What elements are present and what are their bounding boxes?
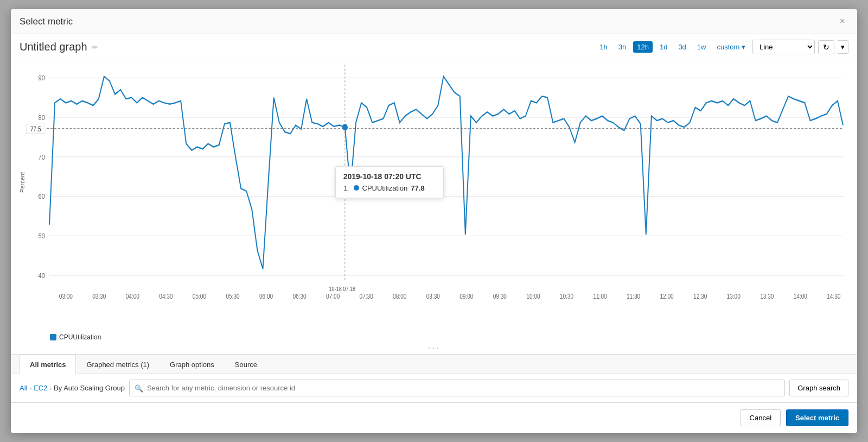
svg-text:50: 50 (39, 232, 45, 240)
refresh-button[interactable]: ↻ (818, 40, 834, 54)
svg-text:08:00: 08:00 (393, 293, 406, 300)
time-12h-button[interactable]: 12h (633, 41, 653, 53)
search-icon: 🔍 (135, 384, 143, 392)
graph-title: Untitled graph (20, 41, 87, 53)
svg-text:40: 40 (39, 271, 45, 280)
modal-header: Select metric × (11, 9, 857, 34)
graph-controls: 1h 3h 12h 1d 3d 1w custom ▾ Line Stacked… (596, 40, 848, 54)
chart-container: Percent 90 80 70 60 (11, 60, 857, 331)
svg-point-42 (342, 124, 348, 130)
svg-text:07:00: 07:00 (326, 293, 340, 300)
tooltip-box: 2019-10-18 07:20 UTC 1. CPUUtilization 7… (335, 166, 444, 198)
time-1d-button[interactable]: 1d (656, 41, 671, 53)
svg-text:06:00: 06:00 (259, 293, 273, 300)
legend-item: CPUUtilization (50, 333, 101, 341)
svg-text:04:30: 04:30 (159, 293, 173, 300)
svg-text:11:30: 11:30 (627, 293, 640, 300)
svg-text:09:00: 09:00 (459, 293, 473, 300)
close-button[interactable]: × (836, 15, 848, 28)
svg-text:13:30: 13:30 (760, 293, 774, 300)
tooltip-dot-icon (354, 185, 359, 191)
breadcrumb-sep-1: › (29, 385, 31, 392)
graph-toolbar: Untitled graph ✏ 1h 3h 12h 1d 3d 1w cust… (11, 34, 857, 60)
svg-text:10-18 07:18: 10-18 07:18 (329, 286, 356, 293)
breadcrumb: All › EC2 › By Auto Scaling Group (20, 384, 125, 392)
time-1h-button[interactable]: 1h (596, 41, 611, 53)
graph-search-button[interactable]: Graph search (789, 380, 848, 396)
breadcrumb-all[interactable]: All (20, 384, 27, 392)
time-custom-button[interactable]: custom ▾ (713, 41, 749, 53)
svg-text:11:00: 11:00 (593, 293, 607, 300)
svg-text:70: 70 (39, 153, 45, 161)
tooltip-row: 1. CPUUtilization 77.8 (343, 184, 436, 192)
svg-text:08:30: 08:30 (426, 293, 440, 300)
breadcrumb-ec2[interactable]: EC2 (34, 384, 47, 392)
svg-text:04:00: 04:00 (126, 293, 139, 300)
svg-text:12:30: 12:30 (693, 293, 707, 300)
svg-text:80: 80 (39, 113, 45, 122)
modal-title: Select metric (20, 16, 73, 27)
modal-overlay: Select metric × Untitled graph ✏ 1h 3h 1… (0, 0, 868, 442)
tab-all-metrics[interactable]: All metrics (20, 355, 76, 374)
search-bar: All › EC2 › By Auto Scaling Group 🔍 Grap… (11, 374, 857, 402)
tooltip-metric-name: CPUUtilization (362, 184, 408, 192)
edit-icon[interactable]: ✏ (92, 43, 98, 52)
modal: Select metric × Untitled graph ✏ 1h 3h 1… (11, 9, 857, 433)
svg-text:14:30: 14:30 (827, 293, 840, 300)
svg-text:60: 60 (39, 193, 45, 201)
svg-text:12:00: 12:00 (660, 293, 674, 300)
svg-text:13:00: 13:00 (727, 293, 741, 300)
legend-area: CPUUtilization (11, 331, 857, 342)
svg-text:10:30: 10:30 (560, 293, 573, 300)
chart-svg: 90 80 70 60 50 40 77.5 77.5 (49, 65, 843, 315)
svg-text:10:00: 10:00 (526, 293, 540, 300)
y-axis-label: Percent (19, 172, 25, 193)
legend-label: CPUUtilization (59, 333, 101, 341)
svg-text:03:30: 03:30 (92, 293, 106, 300)
svg-text:05:30: 05:30 (226, 293, 239, 300)
breadcrumb-by-asg: By Auto Scaling Group (54, 384, 125, 392)
refresh-dropdown-button[interactable]: ▾ (838, 40, 848, 54)
time-3h-button[interactable]: 3h (615, 41, 630, 53)
svg-text:14:00: 14:00 (794, 293, 807, 300)
tab-graph-options[interactable]: Graph options (159, 355, 225, 374)
time-1w-button[interactable]: 1w (693, 41, 710, 53)
tooltip-value: 77.8 (411, 184, 424, 192)
tab-source[interactable]: Source (225, 355, 267, 374)
tabs: All metrics Graphed metrics (1) Graph op… (11, 355, 857, 374)
graph-title-area: Untitled graph ✏ (20, 41, 98, 53)
breadcrumb-sep-2: › (49, 385, 52, 392)
search-input-wrap: 🔍 (129, 380, 785, 396)
svg-text:90: 90 (39, 74, 45, 82)
tab-graphed-metrics[interactable]: Graphed metrics (1) (76, 355, 159, 374)
modal-footer: Cancel Select metric (11, 402, 857, 433)
svg-text:09:30: 09:30 (493, 293, 507, 300)
time-3d-button[interactable]: 3d (674, 41, 690, 53)
cancel-button[interactable]: Cancel (741, 409, 781, 426)
legend-dot-icon (50, 334, 56, 340)
ellipsis-indicator: ··· (11, 342, 857, 354)
tooltip-time: 2019-10-18 07:20 UTC (343, 172, 436, 181)
search-input[interactable] (129, 380, 785, 396)
tooltip-number: 1. (343, 184, 349, 192)
tabs-area: All metrics Graphed metrics (1) Graph op… (11, 354, 857, 402)
graph-area: Untitled graph ✏ 1h 3h 12h 1d 3d 1w cust… (11, 34, 857, 354)
svg-text:06:30: 06:30 (292, 293, 306, 300)
chart-type-select[interactable]: Line Stacked area Number (752, 40, 815, 54)
svg-text:07:30: 07:30 (360, 293, 373, 300)
svg-text:05:00: 05:00 (193, 293, 206, 300)
svg-text:77.5: 77.5 (30, 125, 41, 132)
select-metric-button[interactable]: Select metric (786, 409, 848, 426)
svg-text:03:00: 03:00 (59, 293, 73, 300)
